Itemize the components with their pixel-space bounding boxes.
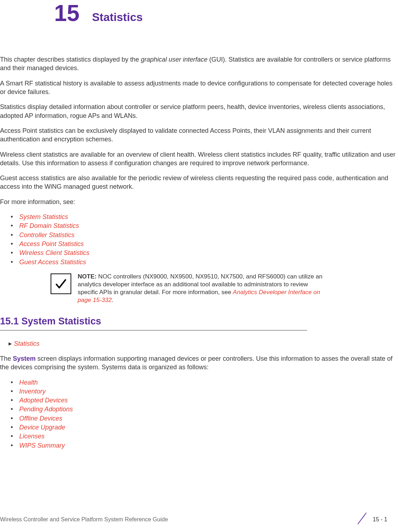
link-health[interactable]: Health (11, 378, 398, 387)
link-access-point-statistics[interactable]: Access Point Statistics (11, 240, 398, 248)
text: The (0, 355, 13, 362)
note-callout: NOTE: NOC controllers (NX9000, NX9500, N… (51, 273, 329, 304)
note-label: NOTE: (78, 273, 97, 280)
section-heading: 15.1 System Statistics (0, 315, 398, 328)
intro-paragraph-1: This chapter describes statistics displa… (0, 55, 398, 73)
link-wireless-client-statistics[interactable]: Wireless Client Statistics (11, 249, 398, 257)
intro-paragraph-4: Access Point statistics can be exclusive… (0, 126, 398, 144)
chapter-title: Statistics (92, 10, 143, 25)
text: screen displays information supporting m… (0, 355, 393, 371)
footer-guide-title: Wireless Controller and Service Platform… (0, 516, 168, 523)
link-licenses[interactable]: Licenses (11, 432, 398, 440)
note-text: NOTE: NOC controllers (NX9000, NX9500, N… (78, 273, 329, 304)
link-device-upgrade[interactable]: Device Upgrade (11, 423, 398, 432)
breadcrumb: ▶ Statistics (9, 339, 398, 348)
link-guest-access-statistics[interactable]: Guest Access Statistics (11, 258, 398, 266)
text: This chapter describes statistics displa… (0, 56, 141, 63)
chapter-body: This chapter describes statistics displa… (0, 55, 398, 450)
intro-paragraph-3: Statistics display detailed information … (0, 103, 398, 120)
intro-paragraph-5: Wireless client statistics are available… (0, 150, 398, 168)
link-wips-summary[interactable]: WIPS Summary (11, 441, 398, 450)
page-footer: Wireless Controller and Service Platform… (0, 511, 387, 528)
topic-link-list: System Statistics RF Domain Statistics C… (0, 213, 398, 266)
checkmark-icon (51, 273, 71, 294)
link-controller-statistics[interactable]: Controller Statistics (11, 231, 398, 239)
section-link-list: Health Inventory Adopted Devices Pending… (0, 378, 398, 450)
intro-paragraph-2: A Smart RF statistical history is availa… (0, 79, 398, 97)
intro-paragraph-6: Guest access statistics are also availab… (0, 174, 398, 191)
link-pending-adoptions[interactable]: Pending Adoptions (11, 405, 398, 413)
link-offline-devices[interactable]: Offline Devices (11, 414, 398, 423)
link-adopted-devices[interactable]: Adopted Devices (11, 396, 398, 405)
link-rf-domain-statistics[interactable]: RF Domain Statistics (11, 221, 398, 230)
breadcrumb-link-statistics[interactable]: Statistics (14, 339, 40, 348)
footer-slash-icon (355, 511, 369, 528)
see-also-label: For more information, see: (0, 198, 398, 206)
section-intro: The System screen displays information s… (0, 354, 398, 372)
link-inventory[interactable]: Inventory (11, 387, 398, 396)
emphasized-term: graphical user interface (141, 56, 207, 63)
section-rule (0, 330, 307, 330)
svg-line-0 (358, 513, 366, 524)
note-after: . (112, 297, 113, 303)
chapter-header: 15 Statistics (54, 0, 398, 25)
system-screen-label: System (13, 355, 36, 362)
link-system-statistics[interactable]: System Statistics (11, 213, 398, 221)
chapter-number: 15 (54, 2, 79, 25)
triangle-right-icon: ▶ (9, 341, 12, 346)
page-number: 15 - 1 (373, 516, 387, 523)
